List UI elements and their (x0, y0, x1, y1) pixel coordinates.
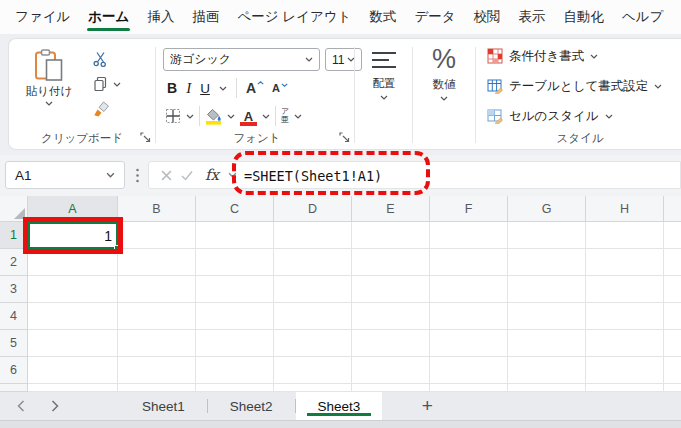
cell[interactable] (28, 276, 118, 303)
tab-page-layout[interactable]: ページ レイアウト (228, 0, 360, 34)
cell[interactable] (196, 222, 274, 249)
cell[interactable] (430, 330, 508, 357)
cell[interactable] (586, 303, 664, 330)
column-header-c[interactable]: C (196, 196, 274, 222)
cell[interactable] (586, 249, 664, 276)
column-header-d[interactable]: D (274, 196, 352, 222)
tab-automate[interactable]: 自動化 (555, 0, 614, 34)
alignment-group-button[interactable]: 配置 (358, 39, 410, 100)
tab-help[interactable]: ヘルプ (613, 0, 672, 34)
row-header-2[interactable]: 2 (0, 249, 28, 276)
tab-file[interactable]: ファイル (6, 0, 79, 34)
cell[interactable] (118, 276, 196, 303)
underline-dropdown-icon[interactable] (219, 86, 227, 91)
cell[interactable] (118, 303, 196, 330)
copy-button[interactable] (93, 75, 121, 93)
tab-draw[interactable]: 描画 (183, 0, 228, 34)
fill-handle[interactable] (114, 245, 120, 251)
column-header-g[interactable]: G (508, 196, 586, 222)
copy-dropdown-icon[interactable] (113, 82, 121, 87)
row-header-4[interactable]: 4 (0, 303, 28, 330)
cell[interactable] (430, 303, 508, 330)
cell[interactable] (196, 303, 274, 330)
shrink-font-button[interactable]: A (272, 82, 287, 94)
tab-home[interactable]: ホーム (79, 0, 138, 34)
cell[interactable] (118, 330, 196, 357)
phonetic-guide-button[interactable]: ア 亜 (281, 108, 289, 124)
row-header-1[interactable]: 1 (0, 222, 28, 249)
column-header-b[interactable]: B (118, 196, 196, 222)
font-color-button[interactable]: A (240, 107, 257, 125)
column-header-h[interactable]: H (586, 196, 664, 222)
cell[interactable] (352, 222, 430, 249)
name-box-dropdown-icon[interactable] (106, 172, 115, 178)
new-sheet-button[interactable]: + (412, 392, 442, 420)
cell[interactable] (118, 222, 196, 249)
cell[interactable] (196, 330, 274, 357)
column-header-e[interactable]: E (352, 196, 430, 222)
cell[interactable] (28, 249, 118, 276)
column-header-a[interactable]: A (28, 196, 118, 222)
cell[interactable] (586, 222, 664, 249)
cancel-icon[interactable] (161, 170, 172, 181)
cell[interactable] (352, 276, 430, 303)
cell[interactable] (196, 249, 274, 276)
clipboard-dialog-launcher[interactable] (140, 132, 152, 144)
cell[interactable] (352, 249, 430, 276)
cell-styles-button[interactable]: セルのスタイル (487, 104, 613, 128)
format-as-table-button[interactable]: テーブルとして書式設定 (487, 74, 662, 98)
row-header-3[interactable]: 3 (0, 276, 28, 303)
cell[interactable] (274, 357, 352, 384)
row-header-5[interactable]: 5 (0, 330, 28, 357)
cell[interactable] (118, 357, 196, 384)
tab-formulas[interactable]: 数式 (360, 0, 405, 34)
fill-color-button[interactable] (205, 108, 222, 125)
font-name-select[interactable]: 游ゴシック (163, 48, 320, 71)
font-color-dropdown-icon[interactable] (262, 114, 270, 119)
formula-input-strip[interactable]: fx (148, 161, 681, 189)
cell[interactable] (274, 276, 352, 303)
fx-dropdown-icon[interactable] (228, 172, 237, 178)
conditional-formatting-button[interactable]: 条件付き書式 (487, 44, 598, 68)
tab-view[interactable]: 表示 (510, 0, 555, 34)
cell[interactable] (118, 249, 196, 276)
cell[interactable] (430, 222, 508, 249)
sheet-nav-previous-button[interactable] (4, 392, 38, 420)
italic-button[interactable]: I (186, 80, 191, 97)
tab-review[interactable]: 校閲 (465, 0, 510, 34)
cell[interactable] (586, 357, 664, 384)
cell[interactable] (430, 357, 508, 384)
cell[interactable] (586, 276, 664, 303)
fill-color-dropdown-icon[interactable] (227, 114, 235, 119)
sheet-tab-sheet1[interactable]: Sheet1 (120, 392, 207, 420)
row-header-6[interactable]: 6 (0, 357, 28, 384)
cut-button[interactable] (93, 50, 121, 68)
cell[interactable] (430, 276, 508, 303)
insert-function-icon[interactable]: fx (205, 166, 219, 184)
cell[interactable] (274, 303, 352, 330)
paste-button[interactable]: 貼り付け (21, 49, 77, 106)
number-group-button[interactable]: % 数値 (416, 39, 472, 101)
cell[interactable] (28, 330, 118, 357)
underline-button[interactable]: U (200, 81, 210, 96)
grow-font-button[interactable]: A (246, 80, 263, 96)
column-header-f[interactable]: F (430, 196, 508, 222)
cell[interactable] (508, 222, 586, 249)
cell[interactable] (274, 249, 352, 276)
cell[interactable] (508, 357, 586, 384)
cell[interactable] (430, 249, 508, 276)
font-dialog-launcher[interactable] (339, 132, 351, 144)
sheet-tab-sheet3[interactable]: Sheet3 (296, 392, 383, 420)
cell[interactable] (196, 276, 274, 303)
bold-button[interactable]: B (167, 80, 177, 96)
select-all-corner[interactable] (0, 196, 28, 222)
cell[interactable] (508, 249, 586, 276)
paste-dropdown-icon[interactable] (45, 101, 53, 106)
phonetic-dropdown-icon[interactable] (294, 114, 302, 119)
cell[interactable] (352, 303, 430, 330)
borders-dropdown-icon[interactable] (186, 114, 194, 119)
name-box[interactable]: A1 (5, 161, 125, 189)
cell[interactable] (274, 222, 352, 249)
tab-data[interactable]: データ (405, 0, 464, 34)
cell[interactable] (28, 357, 118, 384)
